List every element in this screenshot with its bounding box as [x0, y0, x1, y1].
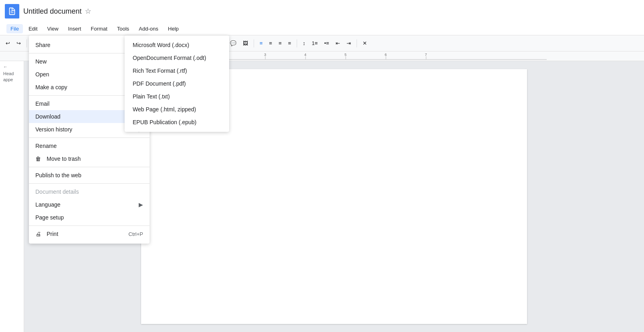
file-menu-page-setup[interactable]: Page setup [29, 211, 150, 224]
version-history-label: Version history [35, 126, 72, 133]
svg-text:3: 3 [264, 53, 266, 57]
align-left-button[interactable]: ≡ [257, 39, 265, 48]
star-icon[interactable]: ☆ [85, 7, 91, 16]
download-label: Download [35, 113, 60, 120]
toolbar-sep-1 [27, 39, 27, 47]
download-epub[interactable]: EPUB Publication (.epub) [125, 116, 229, 129]
menu-tools[interactable]: Tools [113, 24, 133, 33]
line-spacing-button[interactable]: ↕ [300, 39, 308, 48]
doc-title[interactable]: Untitled document [23, 7, 82, 16]
outline-text-1: Head [3, 71, 21, 77]
menu-edit[interactable]: Edit [25, 24, 41, 33]
align-center-button[interactable]: ≡ [267, 39, 275, 48]
decrease-indent-button[interactable]: ⇤ [333, 39, 343, 48]
doc-details-label: Document details [35, 189, 79, 195]
publish-label: Publish to the web [35, 172, 81, 178]
undo-button[interactable]: ↩ [3, 39, 12, 48]
top-bar: Untitled document ☆ [0, 0, 644, 23]
svg-rect-1 [10, 12, 13, 13]
clear-format-button[interactable]: ✕ [360, 39, 369, 48]
divider-4 [29, 167, 150, 167]
file-menu-rename[interactable]: Rename [29, 139, 150, 152]
print-shortcut: Ctrl+P [129, 231, 143, 237]
svg-rect-2 [10, 11, 12, 11]
trash-icon: 🗑 [35, 156, 41, 162]
menu-addons[interactable]: Add-ons [135, 24, 162, 33]
download-submenu: Microsoft Word (.docx) OpenDocument Form… [125, 35, 229, 132]
divider-6 [29, 225, 150, 226]
divider-3 [29, 137, 150, 138]
page-setup-label: Page setup [35, 214, 64, 221]
numbered-list-button[interactable]: 1≡ [310, 39, 320, 48]
menu-help[interactable]: Help [164, 24, 183, 33]
download-txt[interactable]: Plain Text (.txt) [125, 90, 229, 103]
new-label: New [35, 58, 47, 65]
menu-bar: File Edit View Insert Format Tools Add-o… [0, 23, 644, 35]
outline-sidebar: ← Head appe [0, 61, 24, 332]
divider-5 [29, 183, 150, 184]
download-rtf[interactable]: Rich Text Format (.rtf) [125, 64, 229, 77]
file-menu-trash[interactable]: 🗑 Move to trash [29, 152, 150, 165]
bullet-list-button[interactable]: •≡ [322, 39, 331, 48]
menu-view[interactable]: View [43, 24, 62, 33]
outline-text-2: appe [3, 77, 21, 83]
menu-file[interactable]: File [6, 24, 23, 33]
file-menu-doc-details: Document details [29, 185, 150, 198]
language-label: Language [35, 201, 60, 208]
redo-button[interactable]: ↪ [14, 39, 23, 48]
toolbar-sep-8 [357, 39, 357, 47]
file-menu-language[interactable]: Language ▶ [29, 198, 150, 211]
docs-logo [5, 4, 19, 18]
copy-label: Make a copy [35, 84, 67, 90]
image-button[interactable]: 🖼 [240, 39, 250, 48]
menu-format[interactable]: Format [87, 24, 111, 33]
svg-text:4: 4 [304, 53, 306, 57]
menu-insert[interactable]: Insert [64, 24, 85, 33]
outline-back-btn[interactable]: ← [3, 64, 21, 69]
download-odt[interactable]: OpenDocument Format (.odt) [125, 51, 229, 64]
svg-text:5: 5 [345, 53, 347, 57]
print-icon: 🖨 [35, 231, 41, 237]
svg-text:6: 6 [385, 53, 387, 57]
download-docx[interactable]: Microsoft Word (.docx) [125, 39, 229, 51]
share-label: Share [35, 42, 50, 48]
doc-title-area: Untitled document ☆ [23, 7, 91, 16]
language-arrow: ▶ [139, 201, 143, 208]
svg-text:7: 7 [425, 53, 427, 57]
file-menu-print[interactable]: 🖨 Print Ctrl+P [29, 227, 150, 240]
align-right-button[interactable]: ≡ [276, 39, 284, 48]
align-justify-button[interactable]: ≡ [286, 39, 294, 48]
trash-label: Move to trash [47, 156, 81, 162]
download-html[interactable]: Web Page (.html, zipped) [125, 103, 229, 116]
svg-rect-0 [10, 12, 13, 12]
open-label: Open [35, 71, 49, 78]
download-pdf[interactable]: PDF Document (.pdf) [125, 77, 229, 90]
toolbar-sep-6 [254, 39, 254, 47]
rename-label: Rename [35, 143, 57, 149]
print-label: Print [47, 231, 58, 237]
file-menu-publish[interactable]: Publish to the web [29, 169, 150, 182]
email-label: Email [35, 100, 49, 107]
increase-indent-button[interactable]: ⇥ [344, 39, 353, 48]
toolbar-sep-7 [297, 39, 297, 47]
